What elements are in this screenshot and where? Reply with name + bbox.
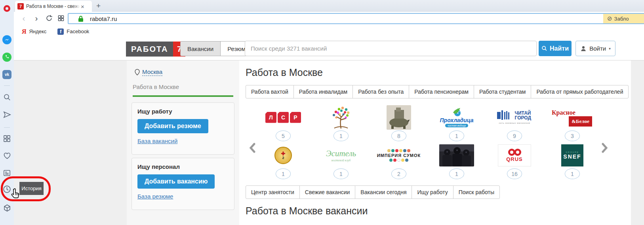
company-cell-turtle[interactable]: 8 [370,105,428,141]
vacancy-count-badge: 1 [333,130,349,141]
filter-pensioners[interactable]: Работа пенсионерам [409,85,474,98]
history-tooltip: История [19,182,44,195]
speed-dial-toolbar-button[interactable] [56,13,66,23]
tree-logo [330,106,352,129]
filter-looking-for-job[interactable]: Ищу работу [412,185,453,199]
imperia-sumok-logo: ИМПЕРИЯ СУМОК [377,149,421,162]
vacancy-search-input[interactable] [245,41,537,56]
forward-button[interactable]: › [31,13,42,23]
whatsapp-icon [2,53,11,62]
heart-icon [3,151,11,160]
vacancy-count-badge: 3 [565,130,580,141]
bookmark-label: Facebook [67,28,89,34]
address-bar[interactable]: rabota7.ru [68,13,644,24]
filter-students[interactable]: Работа студентам [474,85,532,98]
prohladitsa-sublabel: чистая водица [445,124,468,127]
vacancy-count-badge: 9 [507,130,522,141]
login-button[interactable]: Войти ▾ [575,41,615,56]
vk-button[interactable]: vk [0,69,14,80]
bags-icon [389,159,408,162]
add-resume-button[interactable]: Добавить резюме [137,119,208,133]
filter-shift-work[interactable]: Работа вахтой [246,85,294,98]
chitai-gorod-sublabel: сеть книжных магазинов [499,122,530,124]
carousel-next-button[interactable] [601,143,608,155]
green-divider [133,95,233,97]
vacancy-count-badge: 8 [391,130,406,141]
company-cell-imperia-sumok[interactable]: ИМПЕРИЯ СУМОК 2 [370,143,428,179]
snef-logo: GROUPE SNEF [561,144,583,166]
blocked-icon: ⊘ [607,15,612,22]
divider [4,127,10,128]
lsr-tile: Р [290,112,301,123]
company-cell-lsr[interactable]: Л С Р 5 [254,105,312,141]
company-cell-esitel[interactable]: Эситель ногтевой клуб 1 [312,143,370,179]
messenger-button[interactable] [0,34,14,45]
beloe-label: &Белое [569,116,592,127]
add-vacancy-button[interactable]: Добавить вакансию [137,174,215,189]
filter-fresh-vacancies[interactable]: Свежие вакансии [299,185,356,199]
vacancy-count-badge: 1 [565,168,580,179]
speed-dial-button[interactable] [0,133,14,144]
company-cell-snef[interactable]: GROUPE SNEF 1 [543,143,601,179]
company-cell-qrus[interactable]: QRUS 16 [486,143,543,179]
divider [4,85,10,86]
vacancy-count-badge: 1 [449,168,464,179]
opera-menu-button[interactable] [0,3,14,14]
rabota7-logo[interactable]: РАБОТА 7 [126,42,185,57]
extensions-button[interactable] [0,202,14,214]
filter-direct-employers[interactable]: Работа от прямых работодателей [531,85,629,98]
bookmark-facebook[interactable]: f Facebook [57,28,89,35]
filter-employment-center[interactable]: Центр занятости [246,185,300,199]
reload-icon [46,15,53,22]
company-cell-tree[interactable]: 1 [312,105,370,141]
blocked-ads-badge[interactable]: ⊘ Забло [603,14,644,23]
company-carousel-row: ✚ 2 1 Эситель ногтевой клуб 1 ИМПЕРИЯ СУ… [254,143,603,179]
lsr-tile: Л [265,112,276,123]
chevron-right-icon [601,143,608,153]
new-tab-button[interactable]: + [96,2,101,10]
find-button[interactable]: Найти [539,41,572,56]
resume-base-link[interactable]: База резюме [137,193,173,200]
bookmark-label: Яндекс [29,28,47,34]
my-flow-button[interactable] [0,109,14,120]
gold-emblem-logo: ✚ 2 [274,147,292,164]
whatsapp-button[interactable] [0,51,14,62]
tab-title: Работа в Москве - свежие [26,4,80,9]
filter-job-search[interactable]: Поиск работы [453,185,500,199]
vacancy-base-link[interactable]: База вакансий [137,138,177,144]
company-cell-prohladitsa[interactable]: Прохладица чистая водица 1 [428,105,486,141]
prohladitsa-label: Прохладица [440,117,474,123]
panel-subtitle: Работа в Москве [133,83,179,90]
qrus-logo: QRUS [498,144,531,166]
carousel-prev-button[interactable] [249,143,256,155]
browser-tab[interactable]: 7 Работа в Москве - свежие × [15,1,92,12]
company-cell-emblem[interactable]: ✚ 2 1 [254,143,312,179]
bookmark-yandex[interactable]: Я Яндекс [22,28,46,35]
chevron-left-icon [249,143,256,153]
tab-vacancies[interactable]: Вакансии [181,42,221,56]
login-label: Войти [589,45,606,52]
paper-plane-icon [3,110,11,119]
emblem-number: 2 [282,156,284,160]
opera-logo-icon [4,5,10,12]
prohladitsa-logo: Прохладица чистая водица [440,107,474,127]
filter-no-experience[interactable]: Работа без опыта [352,85,409,98]
card-title: Ищу работу [137,108,229,115]
filter-disabled[interactable]: Работа инвалидам [293,85,353,98]
reload-button[interactable] [44,13,54,23]
close-tab-icon[interactable]: × [81,4,84,9]
site-favicon: 7 [17,3,24,9]
search-icon [3,93,11,102]
filter-vacancies-today[interactable]: Вакансии сегодня [355,185,412,199]
company-cell-chitai-gorod[interactable]: ЧИТАЙ ГОРОД сеть книжных магазинов 9 [486,105,543,141]
search-icon [541,45,547,51]
back-button[interactable]: ‹ [19,13,29,23]
bookmarks-button[interactable] [0,150,14,161]
search-sidebar-button[interactable] [0,92,14,103]
personal-news-button[interactable] [0,167,14,178]
city-link[interactable]: Москва [142,68,162,76]
company-cell-dark-photo[interactable]: 1 [428,143,486,179]
company-cell-krasnoe-beloe[interactable]: Красное &Белое 3 [543,105,601,141]
city-selector[interactable]: Москва [135,68,162,76]
esitel-sublabel: ногтевой клуб [326,159,356,162]
